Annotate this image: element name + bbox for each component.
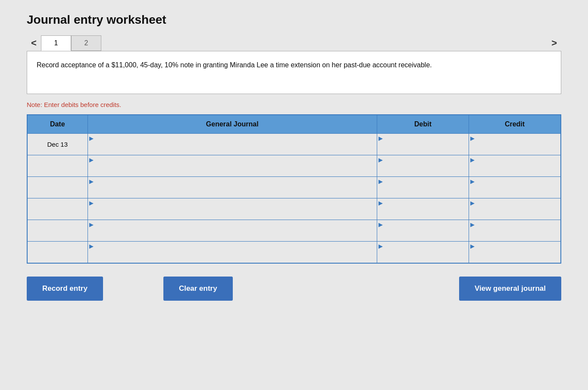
credit-input-5[interactable]: [476, 242, 560, 263]
debit-input-2[interactable]: [384, 177, 469, 198]
arrow-icon-debit-3: ▶: [377, 198, 384, 206]
date-cell-4: [27, 220, 88, 242]
note-text: Note: Enter debits before credits.: [27, 101, 561, 108]
next-tab-button[interactable]: >: [547, 37, 561, 50]
credit-cell-5[interactable]: ▶: [469, 242, 561, 263]
arrow-icon-credit-0: ▶: [469, 134, 476, 141]
general-journal-input-5[interactable]: [95, 242, 377, 263]
arrow-icon-credit-4: ▶: [469, 220, 476, 227]
arrow-icon-general-2: ▶: [88, 177, 95, 184]
table-row: ▶▶▶: [27, 177, 561, 198]
arrow-icon-credit-3: ▶: [469, 198, 476, 206]
credit-cell-0[interactable]: ▶: [469, 134, 561, 155]
table-row: ▶▶▶: [27, 155, 561, 177]
arrow-icon-debit-5: ▶: [377, 242, 384, 249]
debit-cell-0[interactable]: ▶: [377, 134, 469, 155]
arrow-icon-debit-2: ▶: [377, 177, 384, 184]
page-container: Journal entry worksheet < 1 2 > Record a…: [27, 13, 561, 301]
credit-input-4[interactable]: [476, 220, 560, 241]
arrow-icon-debit-4: ▶: [377, 220, 384, 227]
tab-1[interactable]: 1: [41, 35, 71, 51]
table-row: ▶▶▶: [27, 220, 561, 242]
arrow-icon-debit-1: ▶: [377, 155, 384, 163]
debit-cell-1[interactable]: ▶: [377, 155, 469, 177]
general-journal-input-3[interactable]: [95, 198, 377, 220]
general-journal-cell-5[interactable]: ▶: [88, 242, 377, 263]
prev-tab-button[interactable]: <: [27, 37, 41, 50]
credit-input-0[interactable]: [476, 134, 560, 155]
col-header-date: Date: [27, 115, 88, 134]
debit-input-0[interactable]: [384, 134, 469, 155]
description-box: Record acceptance of a $11,000, 45-day, …: [27, 51, 561, 94]
date-cell-0: Dec 13: [27, 134, 88, 155]
record-entry-button[interactable]: Record entry: [27, 277, 103, 301]
date-cell-5: [27, 242, 88, 263]
arrow-icon-general-0: ▶: [88, 134, 95, 141]
general-journal-cell-0[interactable]: ▶: [88, 134, 377, 155]
view-general-journal-button[interactable]: View general journal: [459, 277, 561, 301]
debit-cell-5[interactable]: ▶: [377, 242, 469, 263]
page-title: Journal entry worksheet: [27, 13, 561, 27]
general-journal-cell-3[interactable]: ▶: [88, 198, 377, 220]
date-cell-2: [27, 177, 88, 198]
general-journal-cell-1[interactable]: ▶: [88, 155, 377, 177]
journal-table: Date General Journal Debit Credit Dec 13…: [27, 114, 561, 264]
col-header-credit: Credit: [469, 115, 561, 134]
credit-input-3[interactable]: [476, 198, 560, 220]
general-journal-cell-4[interactable]: ▶: [88, 220, 377, 242]
tab-2[interactable]: 2: [71, 35, 101, 51]
debit-input-4[interactable]: [384, 220, 469, 241]
tabs-row: < 1 2 >: [27, 35, 561, 51]
table-row: Dec 13▶▶▶: [27, 134, 561, 155]
clear-entry-button[interactable]: Clear entry: [163, 277, 233, 301]
arrow-icon-credit-2: ▶: [469, 177, 476, 184]
table-row: ▶▶▶: [27, 242, 561, 263]
debit-cell-3[interactable]: ▶: [377, 198, 469, 220]
col-header-debit: Debit: [377, 115, 469, 134]
debit-input-3[interactable]: [384, 198, 469, 220]
debit-cell-4[interactable]: ▶: [377, 220, 469, 242]
credit-cell-1[interactable]: ▶: [469, 155, 561, 177]
debit-input-1[interactable]: [384, 155, 469, 176]
credit-cell-4[interactable]: ▶: [469, 220, 561, 242]
arrow-icon-general-1: ▶: [88, 155, 95, 163]
general-journal-cell-2[interactable]: ▶: [88, 177, 377, 198]
date-cell-3: [27, 198, 88, 220]
arrow-icon-general-3: ▶: [88, 198, 95, 206]
general-journal-input-4[interactable]: [95, 220, 377, 241]
arrow-icon-debit-0: ▶: [377, 134, 384, 141]
debit-cell-2[interactable]: ▶: [377, 177, 469, 198]
debit-input-5[interactable]: [384, 242, 469, 263]
buttons-row: Record entry Clear entry View general jo…: [27, 277, 561, 301]
credit-input-2[interactable]: [476, 177, 560, 198]
date-cell-1: [27, 155, 88, 177]
general-journal-input-1[interactable]: [95, 155, 377, 176]
credit-input-1[interactable]: [476, 155, 560, 176]
arrow-icon-general-5: ▶: [88, 242, 95, 249]
general-journal-input-0[interactable]: [95, 134, 377, 155]
credit-cell-3[interactable]: ▶: [469, 198, 561, 220]
arrow-icon-credit-5: ▶: [469, 242, 476, 249]
credit-cell-2[interactable]: ▶: [469, 177, 561, 198]
col-header-general-journal: General Journal: [88, 115, 377, 134]
general-journal-input-2[interactable]: [95, 177, 377, 198]
table-row: ▶▶▶: [27, 198, 561, 220]
arrow-icon-credit-1: ▶: [469, 155, 476, 163]
arrow-icon-general-4: ▶: [88, 220, 95, 227]
